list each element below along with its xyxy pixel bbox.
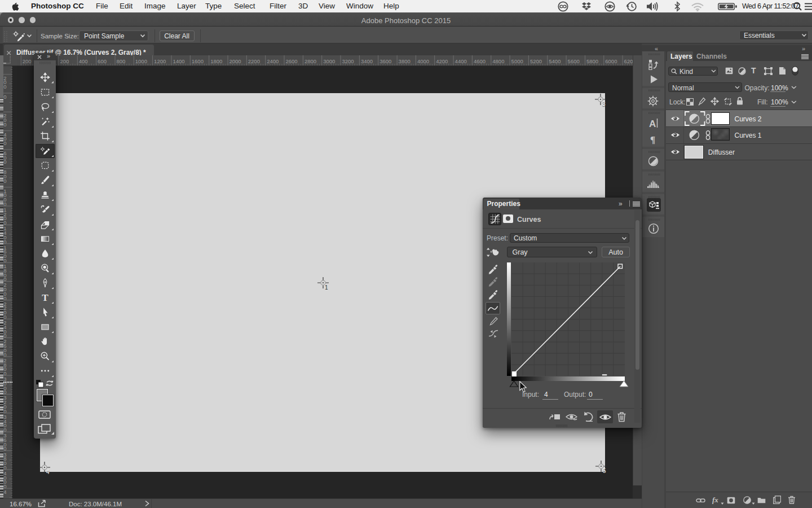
svg-text:400: 400 — [79, 58, 88, 64]
svg-text:600: 600 — [98, 58, 107, 64]
svg-text:T: T — [42, 292, 48, 303]
svg-text:2200: 2200 — [248, 58, 260, 64]
svg-text:3600: 3600 — [379, 58, 391, 64]
svg-text:0: 0 — [3, 94, 6, 100]
svg-text:4200: 4200 — [436, 58, 448, 64]
svg-text:A: A — [649, 119, 656, 129]
svg-text:200: 200 — [60, 58, 69, 64]
svg-text:6000: 6000 — [605, 58, 617, 64]
svg-text:2000: 2000 — [230, 58, 241, 64]
svg-text:0: 0 — [3, 140, 6, 146]
svg-text:5600: 5600 — [568, 58, 580, 64]
svg-text:2600: 2600 — [286, 58, 298, 64]
svg-text:5000: 5000 — [511, 58, 523, 64]
svg-text:¶: ¶ — [650, 134, 655, 144]
svg-text:4800: 4800 — [492, 58, 504, 64]
svg-text:5200: 5200 — [530, 58, 542, 64]
svg-text:1600: 1600 — [192, 58, 204, 64]
svg-text:2400: 2400 — [267, 58, 279, 64]
svg-text:2800: 2800 — [304, 58, 316, 64]
svg-text:1800: 1800 — [210, 58, 222, 64]
svg-text:3800: 3800 — [399, 58, 411, 64]
svg-text:0: 0 — [3, 84, 6, 90]
svg-text:800: 800 — [117, 58, 126, 64]
svg-text:6200: 6200 — [624, 58, 633, 64]
svg-text:4400: 4400 — [455, 58, 467, 64]
svg-text:0: 0 — [3, 159, 6, 165]
svg-text:0: 0 — [3, 121, 6, 127]
svg-text:3400: 3400 — [361, 58, 373, 64]
svg-text:5400: 5400 — [549, 58, 561, 64]
svg-text:4600: 4600 — [474, 58, 486, 64]
svg-text:3000: 3000 — [323, 58, 335, 64]
svg-text:1000: 1000 — [135, 58, 147, 64]
svg-text:4: 4 — [3, 489, 6, 495]
svg-text:200: 200 — [23, 58, 32, 64]
svg-text:0: 0 — [3, 177, 6, 183]
svg-text:3200: 3200 — [342, 58, 354, 64]
svg-text:1200: 1200 — [154, 58, 166, 64]
svg-text:1400: 1400 — [173, 58, 185, 64]
svg-text:4000: 4000 — [417, 58, 429, 64]
svg-text:5800: 5800 — [586, 58, 598, 64]
